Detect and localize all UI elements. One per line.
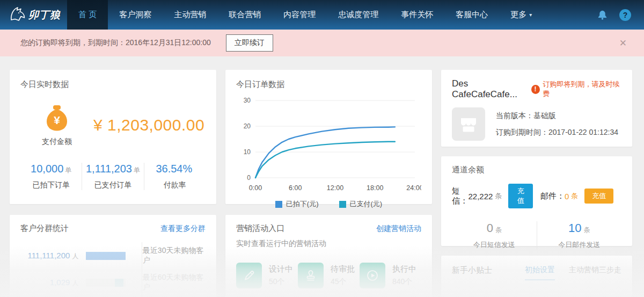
svg-text:¥: ¥ <box>54 114 60 126</box>
svg-text:10: 10 <box>244 148 251 156</box>
today-sms-sent: 0条 今日短信发送 <box>452 221 537 250</box>
money-bag-icon: ¥ <box>42 125 71 134</box>
current-version: 当前版本：基础版 <box>496 111 618 121</box>
svg-text:18:00: 18:00 <box>367 184 383 192</box>
segment-row-60d[interactable]: 1,029人 最近60天未购物客户 <box>20 269 206 296</box>
dashboard-main: 今日实时数据 ¥ 支付金额 ¥ 1,203,000.00 <box>0 56 644 297</box>
pay-amount-label: 支付金额 <box>42 137 72 147</box>
wolf-logo-icon <box>8 5 27 25</box>
svg-text:0:00: 0:00 <box>249 184 262 192</box>
tab-initial-setup[interactable]: 初始设置 <box>525 265 555 280</box>
stat-orders-paid: 1,111,203单 已支付订单 <box>82 163 144 190</box>
campaigns-card-title: 营销活动入口 <box>236 223 284 234</box>
sms-recharge-button[interactable]: 充值 <box>508 184 533 208</box>
orders-chart: 01020300:006:0012:0018:0024:00 <box>236 92 421 198</box>
mail-balance: 邮件： 0 条 充值 <box>533 189 621 204</box>
logo-text: 卯丁狼 <box>28 8 61 22</box>
legend-item[interactable]: 已支付(元) <box>339 199 383 209</box>
play-icon <box>360 263 385 288</box>
legend-swatch-icon <box>275 201 282 208</box>
account-card: Des CafeCafeCafe... ! 订购即将到期，请及时续费 <box>441 70 632 147</box>
nav-item-loyalty-management[interactable]: 忠诚度管理 <box>327 0 390 30</box>
campaigns-card: 营销活动入口 创建营销活动 实时查看运行中的营销活动 设计中 50个 <box>225 215 432 297</box>
segment-bar <box>86 252 125 260</box>
nav-item-customer-insight[interactable]: 客户洞察 <box>108 0 163 30</box>
campaigns-subtitle: 实时查看运行中的营销活动 <box>236 239 421 249</box>
campaign-entry-designing[interactable]: 设计中 50个 <box>236 263 298 288</box>
today-mail-sent: 10条 今日邮件发送 <box>537 221 622 250</box>
view-more-segments-link[interactable]: 查看更多分群 <box>160 224 206 234</box>
campaign-entry-running[interactable]: 执行中 840个 <box>360 263 421 288</box>
expiry-warning: ! 订购即将到期，请及时续费 <box>531 79 621 99</box>
app-logo[interactable]: 卯丁狼 <box>0 0 67 30</box>
sms-balance: 短信： 22,222 条 充值 <box>452 184 533 208</box>
close-icon[interactable]: ✕ <box>615 35 631 51</box>
orders-chart-card: 今日订单数据 01020300:006:0012:0018:0024:00 已拍… <box>225 70 432 204</box>
nav-item-proactive-marketing[interactable]: 主动营销 <box>163 0 217 30</box>
nav-item-joint-marketing[interactable]: 联合营销 <box>217 0 272 30</box>
help-icon[interactable]: ? <box>619 9 631 21</box>
beginner-tips-card: 新手小贴士 初始设置 主动营销三步走 <box>441 256 632 297</box>
legend-label: 已支付(元) <box>350 199 383 209</box>
channel-card-title: 通道余额 <box>452 165 621 175</box>
legend-label: 已拍下(元) <box>286 199 319 209</box>
nav-item-home[interactable]: 首 页 <box>67 0 108 30</box>
chart-legend: 已拍下(元)已支付(元) <box>236 199 421 209</box>
expiry-alert-bar: 您的订购即将到期，到期时间：2016年12月31日12:00:00 立即续订 ✕ <box>0 30 644 56</box>
svg-text:24:00: 24:00 <box>406 184 421 192</box>
create-campaign-link[interactable]: 创建营销活动 <box>376 224 421 234</box>
pay-amount-value: ¥ 1,203,000.00 <box>93 116 204 134</box>
svg-text:0: 0 <box>247 174 251 182</box>
stamp-icon <box>298 263 324 288</box>
notification-bell-icon[interactable] <box>596 9 609 21</box>
warning-icon: ! <box>531 85 540 94</box>
nav-item-more[interactable]: 更多 ▾ <box>499 0 543 30</box>
segment-bar <box>86 279 125 287</box>
nav-item-event-care[interactable]: 事件关怀 <box>390 0 444 30</box>
top-navbar: 卯丁狼 首 页 客户洞察 主动营销 联合营销 内容管理 忠诚度管理 事件关怀 客… <box>0 0 644 30</box>
segment-row-30d[interactable]: 111,111,200人 最近30天未购物客户 <box>20 242 206 269</box>
nav-item-customer-service[interactable]: 客服中心 <box>444 0 499 30</box>
subscription-expiry: 订购到期时间：2017-01-22 01:12:34 <box>496 128 618 137</box>
legend-swatch-icon <box>339 201 346 208</box>
stat-payment-rate: 36.54% 付款率 <box>144 163 206 190</box>
segments-card-title: 客户分群统计 <box>20 223 69 234</box>
mail-recharge-button[interactable]: 充值 <box>584 189 613 204</box>
campaign-entry-pending-approval[interactable]: 待审批 45个 <box>298 263 360 288</box>
realtime-card-title: 今日实时数据 <box>20 79 206 90</box>
realtime-data-card: 今日实时数据 ¥ 支付金额 ¥ 1,203,000.00 <box>10 70 216 204</box>
svg-text:12:00: 12:00 <box>327 184 343 192</box>
pencil-icon <box>236 263 262 288</box>
alert-message: 您的订购即将到期，到期时间：2016年12月31日12:00:00 <box>20 38 211 48</box>
tab-marketing-3-steps[interactable]: 主动营销三步走 <box>569 265 621 280</box>
orders-card-title: 今日订单数据 <box>236 79 421 90</box>
svg-text:30: 30 <box>244 97 251 104</box>
nav-item-content-management[interactable]: 内容管理 <box>272 0 327 30</box>
channel-balance-card: 通道余额 短信： 22,222 条 充值 邮件： 0 条 充值 0条 <box>441 156 632 246</box>
chevron-down-icon: ▾ <box>529 12 532 18</box>
legend-item[interactable]: 已拍下(元) <box>275 199 319 209</box>
renew-now-button[interactable]: 立即续订 <box>226 34 273 52</box>
svg-text:6:00: 6:00 <box>289 184 302 192</box>
customer-segments-card: 客户分群统计 查看更多分群 111,111,200人 最近30天未购物客户 1,… <box>10 215 216 297</box>
store-name: Des CafeCafeCafe... <box>452 78 531 100</box>
stat-orders-placed: 10,000单 已拍下订单 <box>20 163 82 190</box>
storefront-icon <box>452 107 485 141</box>
svg-text:20: 20 <box>244 122 251 130</box>
tips-card-title: 新手小贴士 <box>452 265 492 276</box>
